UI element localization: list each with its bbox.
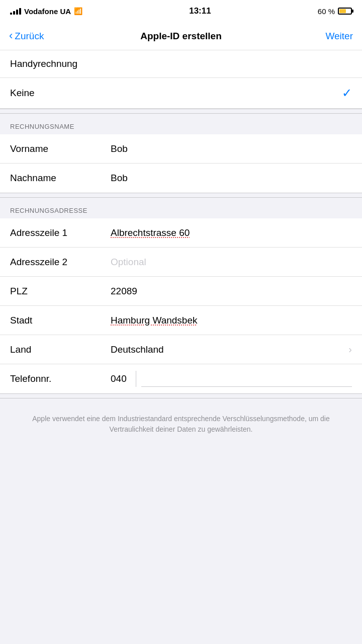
land-label: Land [10, 344, 111, 355]
billing-name-section: RECHNUNGSNAME Vorname Bob Nachname Bob [0, 114, 362, 193]
status-left: Vodafone UA 📶 [10, 7, 82, 16]
next-label: Weiter [325, 31, 353, 41]
payment-method-row: Handyrechnung [0, 50, 362, 78]
back-button[interactable]: ‹ Zurück [9, 31, 49, 42]
carrier-label: Vodafone UA [24, 7, 71, 16]
billing-address-section: RECHNUNGSADRESSE Adresszeile 1 Albrechts… [0, 198, 362, 393]
payment-method-label: Handyrechnung [10, 58, 77, 69]
wifi-icon: 📶 [74, 7, 82, 15]
phone-number-input[interactable] [141, 371, 352, 387]
next-button[interactable]: Weiter [313, 31, 353, 42]
nachname-label: Nachname [10, 173, 111, 184]
nachname-value: Bob [111, 173, 352, 184]
billing-name-header: RECHNUNGSNAME [0, 114, 362, 134]
plz-value: 22089 [111, 286, 352, 297]
footer: Apple verwendet eine dem Industriestanda… [0, 398, 362, 455]
section-separator-1 [0, 109, 362, 114]
land-row[interactable]: Land Deutschland › [0, 335, 362, 364]
page-title: Apple-ID erstellen [49, 31, 313, 42]
land-chevron-icon: › [348, 344, 352, 355]
vorname-label: Vorname [10, 143, 111, 154]
back-label: Zurück [15, 31, 44, 42]
nachname-row[interactable]: Nachname Bob [0, 164, 362, 193]
signal-bars [10, 8, 21, 15]
billing-address-header: RECHNUNGSADRESSE [0, 198, 362, 218]
telefonnr-label: Telefonnr. [10, 373, 111, 384]
stadt-label: Stadt [10, 315, 111, 326]
phone-code: 040 [111, 373, 131, 384]
section-separator-2 [0, 193, 362, 198]
battery-fill [339, 9, 346, 13]
stadt-value: Hamburg Wandsbek [111, 315, 352, 326]
address1-row[interactable]: Adresszeile 1 Albrechtstrasse 60 [0, 218, 362, 248]
address1-label: Adresszeile 1 [10, 227, 111, 238]
back-chevron-icon: ‹ [9, 30, 13, 41]
battery-icon [338, 8, 352, 15]
section-separator-3 [0, 393, 362, 398]
keine-label: Keine [10, 88, 35, 99]
phone-fields: 040 [111, 371, 352, 387]
status-right: 60 % [318, 7, 352, 16]
status-bar: Vodafone UA 📶 13:11 60 % [0, 0, 362, 22]
stadt-row[interactable]: Stadt Hamburg Wandsbek [0, 306, 362, 335]
address2-row[interactable]: Adresszeile 2 Optional [0, 248, 362, 277]
plz-row[interactable]: PLZ 22089 [0, 277, 362, 306]
nav-bar: ‹ Zurück Apple-ID erstellen Weiter [0, 22, 362, 50]
battery-percentage: 60 % [318, 7, 335, 16]
plz-label: PLZ [10, 286, 111, 297]
telefonnr-row[interactable]: Telefonnr. 040 [0, 364, 362, 393]
address2-placeholder: Optional [111, 257, 352, 268]
vorname-value: Bob [111, 143, 352, 154]
keine-row[interactable]: Keine ✓ [0, 78, 362, 109]
footer-text: Apple verwendet eine dem Industriestanda… [32, 415, 329, 433]
address2-label: Adresszeile 2 [10, 257, 111, 268]
address1-value: Albrechtstrasse 60 [111, 227, 352, 238]
phone-divider [136, 371, 136, 387]
vorname-row[interactable]: Vorname Bob [0, 134, 362, 164]
status-time: 13:11 [189, 6, 211, 16]
checkmark-icon: ✓ [342, 86, 352, 100]
land-value: Deutschland [111, 344, 348, 355]
